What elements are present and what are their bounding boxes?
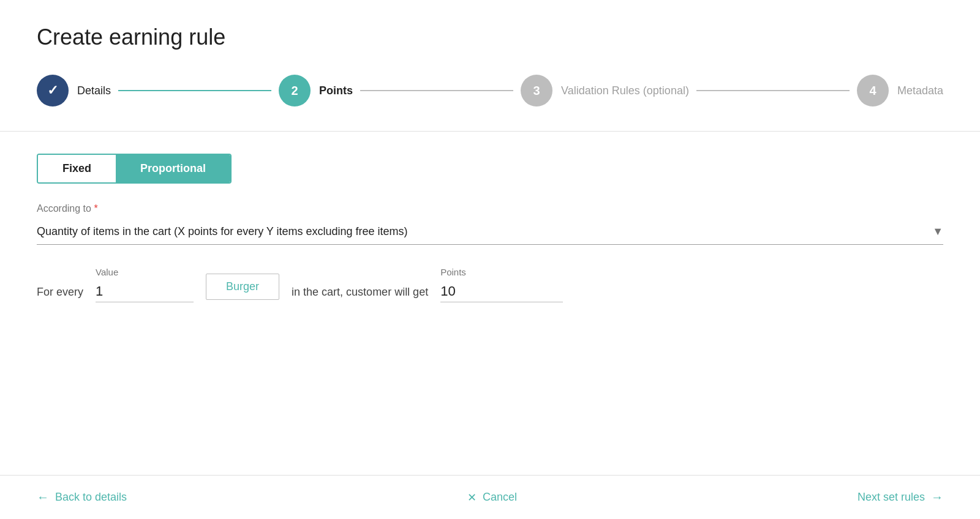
value-label: Value	[96, 267, 194, 277]
toggle-group[interactable]: Fixed Proportional	[37, 154, 232, 184]
stepper: Details 2 Points 3 Validation Rules (opt…	[37, 75, 943, 106]
step-circle-metadata: 4	[857, 75, 889, 106]
step-label-details: Details	[77, 84, 111, 97]
cancel-x-icon: ✕	[467, 491, 477, 504]
step-connector-1	[118, 90, 271, 91]
step-details[interactable]: Details	[37, 75, 111, 106]
page-title: Create earning rule	[37, 24, 943, 50]
dropdown-value: Quantity of items in the cart (X points …	[37, 225, 408, 238]
step-points[interactable]: 2 Points	[279, 75, 353, 106]
checkmark-icon	[47, 83, 58, 99]
next-set-rules-button[interactable]: Next set rules →	[858, 490, 943, 504]
step-validation[interactable]: 3 Validation Rules (optional)	[521, 75, 689, 106]
in-cart-label: in the cart, customer will get	[292, 286, 428, 302]
back-label: Back to details	[55, 491, 127, 504]
for-every-label: For every	[37, 286, 83, 302]
bottom-navigation: ← Back to details ✕ Cancel Next set rule…	[0, 475, 980, 519]
next-label: Next set rules	[858, 491, 925, 504]
step-label-points: Points	[319, 84, 353, 97]
value-group: Value	[96, 267, 194, 302]
cancel-label: Cancel	[483, 491, 517, 504]
step-metadata[interactable]: 4 Metadata	[857, 75, 943, 106]
required-asterisk: *	[94, 203, 97, 214]
step-connector-3	[696, 90, 850, 91]
section-divider	[0, 131, 980, 132]
points-input[interactable]	[440, 281, 563, 302]
toggle-proportional-button[interactable]: Proportional	[116, 155, 230, 182]
points-label: Points	[440, 267, 563, 277]
step-connector-2	[360, 90, 513, 91]
step-circle-validation: 3	[521, 75, 552, 106]
step-label-metadata: Metadata	[897, 84, 943, 97]
points-group: Points	[440, 267, 563, 302]
back-arrow-icon: ←	[37, 490, 49, 504]
step-label-validation: Validation Rules (optional)	[561, 84, 689, 97]
according-to-dropdown[interactable]: Quantity of items in the cart (X points …	[37, 219, 943, 245]
cancel-button[interactable]: ✕ Cancel	[467, 491, 517, 504]
step-circle-details	[37, 75, 69, 106]
dropdown-arrow-icon: ▼	[932, 225, 943, 238]
step-circle-points: 2	[279, 75, 311, 106]
toggle-fixed-button[interactable]: Fixed	[38, 155, 116, 182]
according-to-label: According to *	[37, 203, 943, 214]
burger-button[interactable]: Burger	[206, 274, 279, 300]
value-input[interactable]	[96, 281, 194, 302]
formula-row: For every Value Burger in the cart, cust…	[37, 267, 943, 302]
next-arrow-icon: →	[931, 490, 943, 504]
back-to-details-button[interactable]: ← Back to details	[37, 490, 127, 504]
